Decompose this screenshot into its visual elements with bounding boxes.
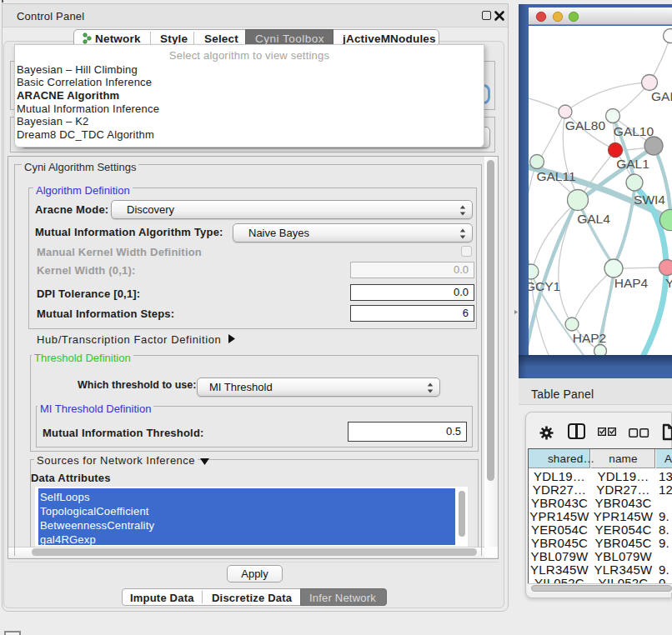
svg-text:GCY1: GCY1 xyxy=(529,279,560,293)
svg-text:GAL10: GAL10 xyxy=(614,124,654,138)
svg-text:YJ: YJ xyxy=(665,276,672,290)
svg-text:GAL80: GAL80 xyxy=(565,118,606,132)
svg-text:GAL1: GAL1 xyxy=(616,157,649,171)
svg-text:HAP2: HAP2 xyxy=(573,331,607,345)
svg-text:GAL11: GAL11 xyxy=(536,169,575,183)
svg-text:SWI4: SWI4 xyxy=(634,192,665,207)
svg-text:GAL4: GAL4 xyxy=(577,212,610,226)
svg-text:GAL2: GAL2 xyxy=(651,89,672,103)
svg-text:HAP4: HAP4 xyxy=(614,276,649,290)
